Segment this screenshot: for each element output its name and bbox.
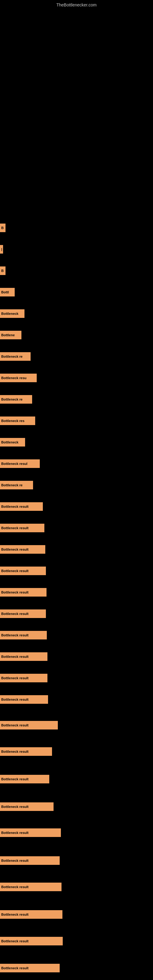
bottleneck-bar[interactable]: Bottleneck [0, 438, 25, 447]
bottleneck-bar[interactable]: Bottleneck result [0, 631, 47, 640]
bottleneck-bar[interactable]: Bottlene [0, 331, 21, 339]
bottleneck-bar[interactable]: Bottleneck result [0, 566, 46, 575]
bottleneck-bar[interactable]: Bottleneck result [0, 937, 63, 945]
bottleneck-bar[interactable]: Bottleneck result [0, 652, 48, 661]
bottleneck-bar[interactable]: B [0, 266, 5, 275]
bottleneck-bar[interactable]: Bottleneck result [0, 856, 60, 865]
bottleneck-bar[interactable]: Bottleneck result [0, 883, 62, 891]
bottleneck-bar[interactable]: Bottleneck result [0, 775, 49, 783]
bottleneck-bar[interactable]: Bottleneck result [0, 588, 46, 597]
bottleneck-bar[interactable]: Bottleneck result [0, 721, 58, 730]
bottleneck-bar[interactable]: Bottleneck result [0, 747, 52, 756]
bottleneck-bar[interactable]: Bottleneck result [0, 695, 48, 704]
bottleneck-bar[interactable]: Bottleneck re [0, 481, 33, 489]
bottleneck-bar[interactable]: Bottleneck result [0, 545, 45, 554]
bottleneck-bar[interactable]: Bottleneck res [0, 417, 35, 425]
site-title: TheBottlenecker.com [56, 2, 97, 7]
bottleneck-bar[interactable]: | [0, 245, 3, 254]
bottleneck-bar[interactable]: Bottleneck re [0, 352, 30, 361]
bottleneck-bar[interactable]: Bottleneck resul [0, 460, 40, 468]
bottleneck-bar[interactable]: Bottleneck re [0, 395, 32, 404]
bottleneck-bar[interactable]: Bottleneck result [0, 502, 43, 511]
bottleneck-bar[interactable]: B [0, 224, 5, 232]
bottleneck-bar[interactable]: Bottleneck [0, 309, 24, 318]
bottleneck-bar[interactable]: Bottleneck result [0, 802, 54, 811]
bottleneck-bar[interactable]: Bottl [0, 288, 15, 296]
bottleneck-bar[interactable]: Bottleneck resu [0, 374, 37, 382]
bottleneck-bar[interactable]: Bottleneck result [0, 910, 62, 919]
bottleneck-bar[interactable]: Bottleneck result [0, 524, 45, 532]
bottleneck-bar[interactable]: Bottleneck result [0, 609, 46, 618]
bottleneck-bar[interactable]: Bottleneck result [0, 964, 60, 972]
bottleneck-bar[interactable]: Bottleneck result [0, 674, 48, 682]
bottleneck-bar[interactable]: Bottleneck result [0, 829, 61, 837]
